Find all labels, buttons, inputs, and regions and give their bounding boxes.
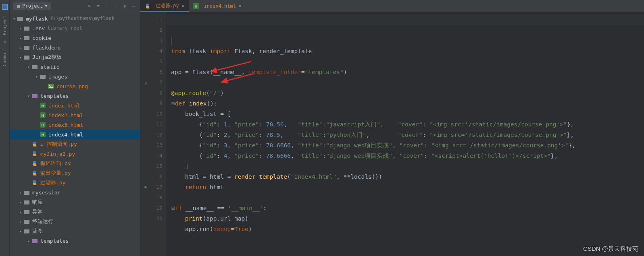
tree-item-label: index.html <box>48 103 80 109</box>
tree-item[interactable]: ▸cookie <box>10 33 140 43</box>
img-icon <box>48 83 54 89</box>
run-gutter-icon[interactable]: ▶ <box>144 182 147 192</box>
tree-item[interactable]: ·循环语句.py <box>10 159 140 168</box>
tree-item[interactable]: ·if控制语句.py <box>10 139 140 149</box>
close-icon[interactable]: × <box>238 3 242 9</box>
tree-item[interactable]: ▾static <box>10 62 140 72</box>
chevron-icon[interactable]: ▸ <box>18 200 23 204</box>
editor-tab[interactable]: Hindex4.html× <box>189 0 246 12</box>
tree-item-label: images <box>48 74 67 80</box>
line-number[interactable]: 8 <box>140 88 163 98</box>
tree-item[interactable]: ·Hindex4.html <box>10 130 140 139</box>
tree-item[interactable]: ▸.envlibrary root <box>10 23 140 33</box>
tree-item[interactable]: ▾templates <box>10 91 140 101</box>
tree-item[interactable]: ▸响应 <box>10 197 140 207</box>
tree-item[interactable]: ·Hindex3.html <box>10 120 140 130</box>
line-number[interactable]: 10 <box>140 109 163 119</box>
line-number[interactable]: 17 <box>140 182 163 192</box>
str-main: '__main__' <box>228 205 263 211</box>
tree-item[interactable]: ·过滤器.py <box>10 178 140 188</box>
locate-icon[interactable]: ⊕ <box>86 3 92 9</box>
commit-dot-icon[interactable] <box>4 41 6 43</box>
fld-icon <box>23 44 30 51</box>
line-number[interactable]: 2 <box>140 25 163 35</box>
tree-item[interactable]: ▸异常 <box>10 207 140 217</box>
code-line-9: {"id": 1, "price": 78.50, "title":"javas… <box>171 121 574 128</box>
kw-from: from <box>171 48 185 54</box>
tree-item[interactable]: ▾images <box>10 72 140 81</box>
fld-icon <box>23 218 30 225</box>
line-number[interactable]: 9 <box>140 98 163 109</box>
tree-item[interactable]: ·Hindex.html <box>10 101 140 110</box>
line-number[interactable]: 1 <box>140 14 163 25</box>
chevron-icon[interactable]: ▾ <box>18 229 23 233</box>
rail-label-commit[interactable]: Commit <box>2 49 7 66</box>
code-line-12: {"id": 4, "price": 78.6666, "title":"dja… <box>171 153 558 159</box>
tree-item[interactable]: ·Hindex2.html <box>10 110 140 120</box>
line-number[interactable]: 4 <box>140 46 163 56</box>
hide-icon[interactable]: — <box>130 3 137 9</box>
chevron-icon[interactable]: ▸ <box>18 210 23 214</box>
collapse-all-icon[interactable]: ÷ <box>104 3 110 9</box>
close-icon[interactable]: × <box>181 3 185 9</box>
args: (app.url_map) <box>203 215 249 222</box>
editor-tab[interactable]: 过滤器.py× <box>140 0 189 12</box>
chevron-icon[interactable]: ▸ <box>18 26 23 31</box>
tree-item-label: 蓝图 <box>32 227 43 235</box>
fold-icon[interactable]: ⊟ <box>171 98 175 109</box>
chevron-icon[interactable]: ▸ <box>18 36 23 40</box>
chevron-icon[interactable]: ▾ <box>34 74 40 79</box>
line-number[interactable]: 3 <box>140 35 163 46</box>
code-line-13: ] <box>171 163 189 169</box>
chevron-down-icon[interactable]: ▾ <box>11 17 17 21</box>
svg-rect-4 <box>24 56 29 60</box>
chevron-icon[interactable]: ▸ <box>18 219 23 224</box>
gutter[interactable]: 1234567H891011121314151617▶181920 <box>140 12 166 256</box>
line-number[interactable]: 13 <box>140 140 163 151</box>
folder-icon: ▦ <box>17 3 20 9</box>
settings-icon[interactable]: ✲ <box>121 3 128 9</box>
mod: flask <box>189 48 206 54</box>
tree-item[interactable]: ▸mysession <box>10 188 140 197</box>
line-number[interactable]: 14 <box>140 151 163 161</box>
tree-item[interactable]: ·输出变量.py <box>10 168 140 178</box>
tree-item[interactable]: ·myJinja2.py <box>10 149 140 159</box>
rail-label-project[interactable]: Project <box>2 15 7 35</box>
tree-item[interactable]: ▸templates <box>10 236 140 246</box>
chevron-icon[interactable]: ▸ <box>26 239 31 243</box>
chevron-icon[interactable]: ▾ <box>26 65 31 69</box>
tree-item[interactable]: ▾蓝图 <box>10 226 140 236</box>
py-icon <box>144 3 151 9</box>
tree-root[interactable]: ▾ myflask F:\pythonitems\myflask <box>10 14 140 23</box>
line-number[interactable]: 6 <box>140 67 163 77</box>
chevron-icon[interactable]: ▸ <box>18 190 23 195</box>
line-number[interactable]: 11 <box>140 119 163 130</box>
indent: html = <box>171 173 210 180</box>
tree-item[interactable]: ▾Jinja2模板 <box>10 52 140 62</box>
line-number[interactable]: 12 <box>140 130 163 140</box>
project-view-selector[interactable]: ▦ Project ▼ <box>13 2 51 10</box>
tree-item[interactable]: ▸终端运行 <box>10 217 140 226</box>
line-number[interactable]: 15 <box>140 161 163 171</box>
kw-if: if <box>175 205 185 211</box>
chevron-icon[interactable]: ▾ <box>26 94 31 98</box>
project-tree[interactable]: ▾ myflask F:\pythonitems\myflask ▸.envli… <box>10 12 140 256</box>
svg-rect-3 <box>24 46 29 50</box>
fold-icon[interactable]: ⊟ <box>171 203 175 213</box>
line-number[interactable]: 20 <box>140 213 163 224</box>
line-number[interactable]: 5 <box>140 56 163 67</box>
line-number[interactable]: 16 <box>140 171 163 182</box>
line-number[interactable]: 18 <box>140 192 163 203</box>
code[interactable]: from flask import Flask, render_template… <box>166 12 644 256</box>
project-tool-icon[interactable] <box>2 4 8 10</box>
tree-item[interactable]: ▸flaskdemo <box>10 43 140 52</box>
line-number[interactable]: 19 <box>140 203 163 213</box>
chevron-icon[interactable]: ▸ <box>18 45 23 50</box>
kw-def: def <box>175 100 189 107</box>
svg-rect-21 <box>24 220 29 224</box>
fld-icon <box>23 199 30 205</box>
tree-item[interactable]: ·course.png <box>10 81 140 91</box>
expand-all-icon[interactable]: ≡ <box>95 3 101 9</box>
line-number[interactable]: 7 <box>140 77 163 88</box>
chevron-icon[interactable]: ▾ <box>18 55 23 60</box>
